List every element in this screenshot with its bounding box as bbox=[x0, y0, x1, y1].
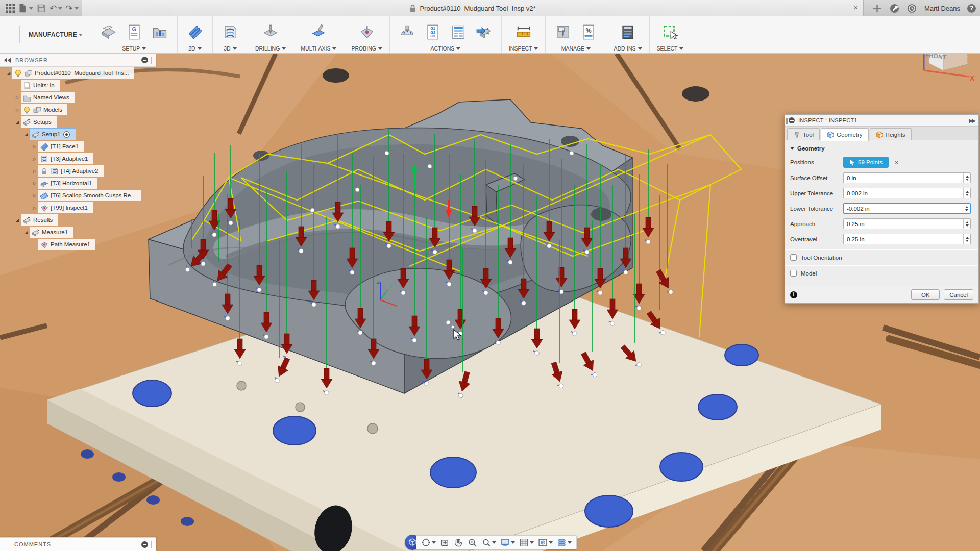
expand-closed-icon[interactable]: ▷ bbox=[31, 144, 38, 149]
surface-offset-input[interactable]: 0 in bbox=[843, 172, 971, 183]
look-at-button[interactable] bbox=[438, 536, 451, 548]
setup-sheet-button[interactable] bbox=[448, 22, 469, 42]
expand-open-icon[interactable]: ◢ bbox=[22, 230, 30, 235]
geometry-section-header[interactable]: Geometry bbox=[790, 145, 973, 152]
approach-stepper[interactable] bbox=[963, 219, 970, 229]
redo-icon[interactable]: ↷ bbox=[65, 4, 72, 13]
browser-item-named-views[interactable]: ▷Named Views bbox=[0, 91, 163, 104]
workspace-selector[interactable]: MANUFACTURE bbox=[24, 16, 91, 53]
feeds-speeds-button[interactable]: % bbox=[578, 22, 599, 42]
visual-style-button[interactable] bbox=[555, 536, 573, 548]
collapse-panel-icon[interactable] bbox=[4, 58, 11, 63]
browser-item-models[interactable]: ▷Models bbox=[0, 104, 163, 116]
lower-tolerance-input[interactable]: -0.002 in bbox=[843, 203, 971, 214]
document-tab[interactable]: Product#0110_Mudguard Tool_Insp v2* × bbox=[82, 0, 864, 16]
panel-resize-grip[interactable] bbox=[151, 57, 152, 64]
add-comment-icon[interactable] bbox=[141, 541, 148, 548]
display-settings-button[interactable] bbox=[499, 536, 517, 548]
browser-item-measure1[interactable]: ◢Measure1 bbox=[0, 226, 163, 238]
orbit-button[interactable] bbox=[420, 536, 437, 548]
browser-item-results[interactable]: ◢Results bbox=[0, 214, 163, 226]
toolbar-group-label[interactable]: 2D bbox=[188, 45, 201, 52]
manual-nc-button[interactable] bbox=[397, 22, 418, 42]
pan-button[interactable] bbox=[452, 536, 465, 548]
browser-item-t3-adaptive1[interactable]: ▷[T3] Adaptive1 bbox=[0, 153, 163, 165]
browser-item-t3-horizontal1[interactable]: ▷[T3] Horizontal1 bbox=[0, 177, 163, 189]
multi-axis-button[interactable] bbox=[308, 22, 329, 42]
panel-minimize-icon[interactable] bbox=[141, 57, 148, 63]
info-icon[interactable]: i bbox=[790, 291, 797, 298]
inspect-measure-button[interactable] bbox=[513, 22, 534, 42]
select-button[interactable] bbox=[660, 22, 680, 42]
new-setup-button[interactable] bbox=[99, 22, 119, 42]
simulate-button[interactable] bbox=[474, 22, 494, 42]
overtravel-input[interactable]: 0.25 in bbox=[843, 234, 971, 244]
toolbar-group-label[interactable]: ADD-INS bbox=[614, 45, 642, 52]
expand-closed-icon[interactable]: ▷ bbox=[31, 193, 38, 198]
expand-closed-icon[interactable]: ▷ bbox=[14, 108, 21, 112]
toolbar-group-label[interactable]: SELECT bbox=[657, 45, 684, 52]
expand-closed-icon[interactable]: ▷ bbox=[31, 206, 38, 210]
comments-bar[interactable]: COMMENTS bbox=[0, 537, 156, 551]
apps-grid-button[interactable] bbox=[5, 3, 15, 14]
close-tab-icon[interactable]: × bbox=[853, 3, 858, 12]
tool-orientation-checkbox[interactable] bbox=[790, 254, 797, 261]
model-row[interactable]: Model bbox=[790, 270, 973, 277]
chevron-down-icon[interactable] bbox=[530, 541, 534, 544]
toolbar-group-label[interactable]: MULTI-AXIS bbox=[301, 45, 336, 52]
browser-item-t1-face1[interactable]: ▷[T1] Face1 bbox=[0, 140, 163, 153]
expand-closed-icon[interactable]: ▷ bbox=[31, 157, 38, 161]
approach-input[interactable]: 0.25 in bbox=[843, 218, 971, 229]
dialog-header[interactable]: INSPECT : INSPECT1 ▶▶ bbox=[785, 115, 978, 127]
lower-tolerance-stepper[interactable] bbox=[963, 204, 970, 213]
toolbar-group-label[interactable]: SETUP bbox=[122, 45, 146, 52]
surface-offset-stepper[interactable] bbox=[963, 173, 970, 183]
dialog-dock-icon[interactable]: ▶▶ bbox=[969, 118, 975, 123]
browser-header[interactable]: BROWSER bbox=[0, 54, 156, 67]
dialog-drag-grip[interactable] bbox=[786, 118, 788, 124]
browser-item-product-0110-mudguard-tool-ins[interactable]: ◢Product#0110_Mudguard Tool_Ins... bbox=[0, 67, 163, 79]
scripts-addins-button[interactable] bbox=[618, 22, 638, 42]
chevron-down-icon[interactable] bbox=[432, 541, 436, 544]
positions-select-button[interactable]: 59 Points bbox=[843, 157, 889, 168]
toolbar-group-label[interactable]: INSPECT bbox=[509, 45, 538, 52]
toolbar-group-label[interactable]: PROBING bbox=[351, 45, 382, 52]
tab-heights[interactable]: Heights bbox=[870, 128, 912, 140]
3d-milling-button[interactable] bbox=[220, 22, 240, 42]
grid-settings-button[interactable] bbox=[518, 536, 535, 548]
file-new-button[interactable] bbox=[18, 3, 33, 14]
chevron-down-icon[interactable] bbox=[492, 541, 496, 544]
expand-open-icon[interactable]: ◢ bbox=[5, 71, 12, 76]
tool-library-button[interactable] bbox=[553, 22, 573, 42]
probing-button[interactable] bbox=[357, 22, 377, 42]
browser-item-units-in[interactable]: Units: in bbox=[0, 79, 163, 91]
user-account-button[interactable]: Marti Deans bbox=[924, 5, 960, 12]
toolbar-group-label[interactable]: MANAGE bbox=[561, 45, 591, 52]
browser-item-setups[interactable]: ◢Setups bbox=[0, 116, 163, 128]
expand-open-icon[interactable]: ◢ bbox=[14, 120, 21, 124]
browser-item-path-measure1[interactable]: Path Measure1 bbox=[0, 238, 163, 251]
comments-resize-grip[interactable] bbox=[151, 541, 152, 548]
cancel-button[interactable]: Cancel bbox=[944, 289, 973, 300]
expand-closed-icon[interactable]: ▷ bbox=[31, 169, 38, 173]
ok-button[interactable]: OK bbox=[911, 289, 940, 300]
job-status-button[interactable] bbox=[907, 3, 917, 14]
undo-icon[interactable]: ↶ bbox=[50, 4, 57, 13]
new-tab-button[interactable] bbox=[872, 3, 883, 14]
expand-open-icon[interactable]: ◢ bbox=[22, 132, 30, 137]
toolbar-group-label[interactable]: DRILLING bbox=[255, 45, 286, 52]
chevron-down-icon[interactable] bbox=[568, 541, 572, 544]
tab-geometry[interactable]: Geometry bbox=[821, 128, 869, 141]
browser-item-t4-adaptive2[interactable]: ▷[T4] Adaptive2 bbox=[0, 165, 163, 177]
tool-orientation-row[interactable]: Tool Orientation bbox=[790, 254, 973, 261]
upper-tolerance-stepper[interactable] bbox=[963, 188, 970, 198]
chevron-down-icon[interactable] bbox=[58, 7, 62, 10]
expand-closed-icon[interactable]: ▷ bbox=[31, 181, 38, 186]
fit-button[interactable] bbox=[480, 536, 498, 548]
viewports-button[interactable] bbox=[536, 536, 554, 548]
setup-folder-button[interactable] bbox=[150, 22, 170, 42]
extensions-button[interactable] bbox=[890, 3, 900, 14]
chevron-down-icon[interactable] bbox=[549, 541, 553, 544]
post-process-button[interactable]: G1G2G3 bbox=[423, 22, 443, 42]
toolbar-group-label[interactable]: ACTIONS bbox=[431, 45, 461, 52]
